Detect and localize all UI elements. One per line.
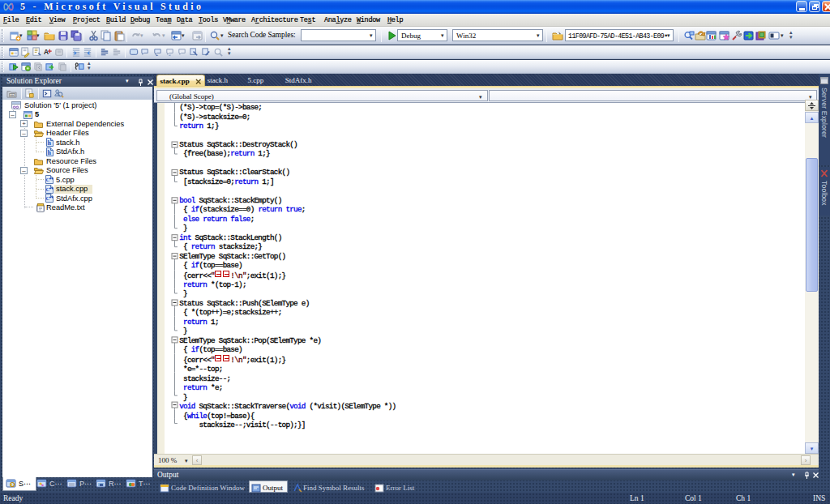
svg-text:C: C: [46, 186, 50, 191]
svg-text:A: A: [44, 48, 49, 56]
svg-text:C: C: [46, 195, 50, 201]
svg-text:C: C: [46, 177, 50, 182]
svg-text:HH: HH: [10, 93, 15, 96]
svg-text:h: h: [48, 139, 52, 147]
svg-text:h: h: [48, 149, 52, 156]
